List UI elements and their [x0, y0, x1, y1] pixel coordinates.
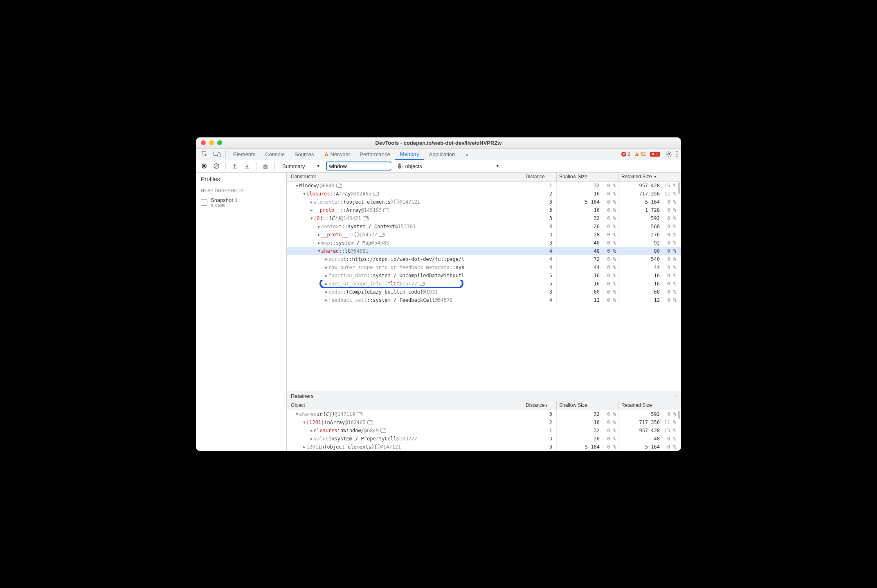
- panel-tabbar: ElementsConsoleSourcesNetworkPerformance…: [196, 149, 681, 160]
- svg-rect-6: [636, 153, 637, 155]
- svg-rect-2: [218, 153, 220, 157]
- svg-point-18: [677, 154, 678, 155]
- col-object[interactable]: Object: [287, 401, 523, 410]
- snapshot-icon: [201, 199, 207, 206]
- heap-row[interactable]: ▼ [0] :: lC() @1454213320 %5920 %: [287, 214, 681, 222]
- titlebar: DevTools - codepen.io/web-dot-dev/live/o…: [196, 137, 681, 149]
- retainers-rows[interactable]: ▼ shared in lC() @1471193320 %5920 %▼ [1…: [287, 410, 681, 451]
- heap-row[interactable]: ▶ function_data :: system / UncompiledDa…: [287, 272, 681, 280]
- heap-row[interactable]: ▼ shared in lC() @1471193320 %5920 %: [287, 410, 681, 418]
- heap-row[interactable]: ▶ elements :: (object elements)[] @14712…: [287, 198, 681, 206]
- clear-icon[interactable]: [211, 161, 221, 171]
- heap-row[interactable]: ▶ closures in Window / @68491320 %957 42…: [287, 426, 681, 435]
- kebab-icon[interactable]: [676, 151, 678, 157]
- svg-rect-4: [326, 155, 326, 156]
- filter-input[interactable]: [329, 163, 398, 169]
- tab-sources[interactable]: Sources: [290, 148, 319, 160]
- svg-line-13: [667, 152, 668, 153]
- traffic-lights: [196, 140, 222, 145]
- record-icon[interactable]: [199, 161, 209, 171]
- heap-row[interactable]: ▶ script :: https://cdpn.io/web-dot-dev/…: [287, 255, 681, 263]
- heap-row[interactable]: ▶ context :: system / Context @153701420…: [287, 222, 681, 231]
- devtools-window: DevTools - codepen.io/web-dot-dev/live/o…: [196, 137, 681, 451]
- svg-point-21: [203, 165, 205, 167]
- heap-row[interactable]: ▶ __proto__ :: () @545773280 %2760 %: [287, 231, 681, 239]
- constructors-header: Constructor Distance Shallow Size Retain…: [287, 173, 681, 182]
- close-icon[interactable]: [201, 140, 206, 145]
- svg-point-8: [668, 153, 670, 155]
- tab-network[interactable]: Network: [319, 148, 355, 160]
- all-objects-dropdown[interactable]: All objects▼: [394, 163, 504, 169]
- svg-line-15: [670, 152, 671, 153]
- scrollbar-thumb[interactable]: [678, 182, 680, 194]
- col-shallow-ret[interactable]: Shallow Size: [557, 401, 619, 410]
- tab-performance[interactable]: Performance: [355, 148, 395, 160]
- minimize-icon[interactable]: [209, 140, 214, 145]
- issues-badge[interactable]: ✕1: [650, 152, 660, 157]
- svg-rect-3: [326, 153, 326, 155]
- error-badge[interactable]: 2: [621, 151, 630, 157]
- svg-point-19: [677, 156, 678, 157]
- gc-icon[interactable]: [261, 161, 270, 171]
- heap-row[interactable]: ▶ 1201 in (object elements)[] @14712135 …: [287, 443, 681, 451]
- tab-console[interactable]: Console: [260, 148, 290, 160]
- more-tabs[interactable]: »: [461, 148, 473, 160]
- svg-rect-7: [636, 155, 637, 156]
- heap-row[interactable]: ▼ shared :: lC @545814480 %800 %: [287, 247, 681, 255]
- heap-row[interactable]: ▶ map :: system / Map @545853400 %920 %: [287, 239, 681, 247]
- scrollbar-thumb[interactable]: [678, 411, 680, 419]
- svg-line-14: [670, 156, 671, 157]
- heap-row[interactable]: ▶ raw_outer_scope_info_or_feedback_metad…: [287, 263, 681, 272]
- col-retained[interactable]: Retained Size▼: [619, 173, 681, 181]
- heap-row[interactable]: ▼ closures :: Array @1024652160 %717 356…: [287, 190, 681, 198]
- heap-row[interactable]: ▶ code :: (CompileLazy builtin code) @19…: [287, 288, 681, 296]
- heap-section-label: HEAP SNAPSHOTS: [196, 186, 286, 195]
- col-shallow[interactable]: Shallow Size: [557, 173, 619, 181]
- warning-badge[interactable]: 62: [634, 151, 646, 157]
- class-filter[interactable]: ✕: [326, 162, 391, 171]
- heap-row[interactable]: ▶ feedback_cell :: system / FeedbackCell…: [287, 296, 681, 304]
- snapshot-item[interactable]: Snapshot 1 6.3 MB: [196, 195, 286, 210]
- heap-row[interactable]: ▼ Window / @68491320 %957 42815 %: [287, 182, 681, 190]
- retainers-columns: Object Distance▲ Shallow Size Retained S…: [287, 401, 681, 410]
- download-icon[interactable]: [242, 161, 252, 171]
- memory-toolbar: Summary▼ ✕ All objects▼: [196, 160, 681, 173]
- zoom-icon[interactable]: [217, 140, 222, 145]
- upload-icon[interactable]: [230, 161, 240, 171]
- col-distance-ret[interactable]: Distance▲: [523, 401, 557, 410]
- tab-application[interactable]: Application: [424, 148, 460, 160]
- summary-dropdown[interactable]: Summary▼: [279, 163, 324, 169]
- separator: [225, 150, 226, 158]
- heap-row[interactable]: ▶ __proto__ :: Array @1451933160 %1 7280…: [287, 206, 681, 214]
- inspect-icon[interactable]: [199, 148, 211, 160]
- svg-point-17: [677, 151, 678, 153]
- heap-row[interactable]: ▶ name_or_scope_info :: "lC" @151775160 …: [287, 280, 681, 288]
- constructors-rows[interactable]: ▼ Window / @68491320 %957 42815 %▼ closu…: [287, 182, 681, 391]
- col-retained-ret[interactable]: Retained Size: [619, 401, 681, 410]
- svg-line-23: [215, 164, 218, 168]
- heap-row[interactable]: ▶ value in system / PropertyCell @103777…: [287, 435, 681, 443]
- gear-icon[interactable]: [666, 151, 672, 157]
- profiles-label: Profiles: [196, 173, 286, 186]
- device-icon[interactable]: [211, 148, 223, 160]
- tab-elements[interactable]: Elements: [228, 148, 260, 160]
- window-title: DevTools - codepen.io/web-dot-dev/live/o…: [196, 140, 681, 146]
- profiles-sidebar: Profiles HEAP SNAPSHOTS Snapshot 1 6.3 M…: [196, 173, 287, 451]
- col-distance[interactable]: Distance: [523, 173, 557, 181]
- tab-memory[interactable]: Memory: [395, 148, 424, 160]
- drag-handle-icon[interactable]: ≡≡: [674, 394, 677, 398]
- svg-line-16: [667, 156, 668, 157]
- retainers-header[interactable]: Retainers ≡≡: [287, 391, 681, 401]
- col-constructor[interactable]: Constructor: [287, 173, 523, 181]
- heap-row[interactable]: ▼ [1201] in Array @1024652160 %717 35611…: [287, 418, 681, 426]
